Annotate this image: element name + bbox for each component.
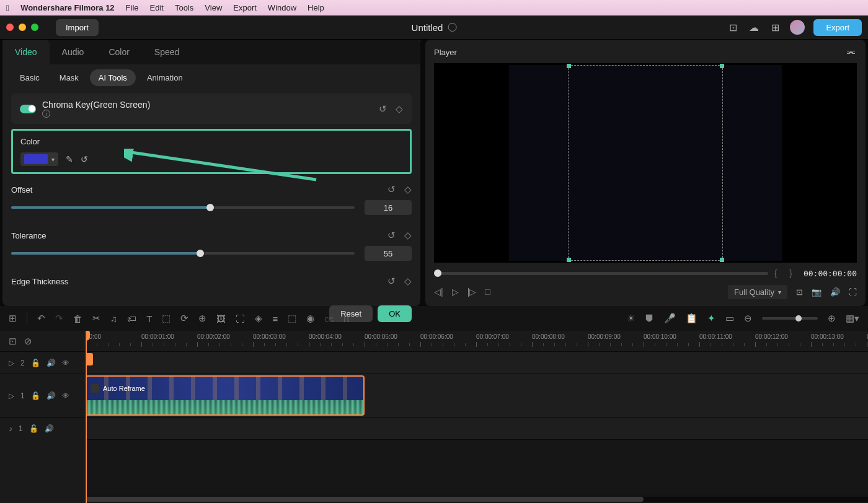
handle-br[interactable] bbox=[720, 258, 724, 262]
cloud-sync-icon[interactable] bbox=[448, 23, 456, 32]
shield-icon[interactable]: ⛊ bbox=[645, 313, 654, 324]
minimize-icon[interactable] bbox=[19, 24, 26, 31]
keyframe-tolerance-icon[interactable]: ◇ bbox=[404, 230, 412, 241]
tolerance-input[interactable]: 55 bbox=[365, 246, 412, 261]
reset-offset-icon[interactable]: ↺ bbox=[388, 184, 396, 195]
keyframe-edge-icon[interactable]: ◇ bbox=[404, 276, 412, 287]
offset-input[interactable]: 16 bbox=[365, 200, 412, 215]
tab-ai-tools[interactable]: AI Tools bbox=[90, 69, 136, 86]
visibility-icon[interactable]: 👁 bbox=[62, 359, 69, 367]
ok-button[interactable]: OK bbox=[378, 305, 412, 322]
lock-icon[interactable]: 🔓 bbox=[31, 391, 40, 400]
tab-audio[interactable]: Audio bbox=[50, 40, 97, 64]
screenshot-icon[interactable]: ⊡ bbox=[796, 287, 803, 297]
reset-edge-icon[interactable]: ↺ bbox=[388, 276, 396, 287]
selection-box[interactable] bbox=[568, 65, 723, 261]
tab-color[interactable]: Color bbox=[96, 40, 141, 64]
delete-icon[interactable]: 🗑 bbox=[73, 313, 82, 324]
close-icon[interactable] bbox=[6, 24, 14, 31]
playhead[interactable] bbox=[86, 331, 87, 503]
player-settings-icon[interactable]: ⫘ bbox=[844, 46, 857, 58]
menu-window[interactable]: Window bbox=[268, 3, 296, 12]
horizontal-scrollbar[interactable] bbox=[86, 497, 868, 502]
menu-help[interactable]: Help bbox=[308, 3, 324, 12]
video-clip[interactable]: Auto Reframe bbox=[86, 375, 365, 416]
menu-tools[interactable]: Tools bbox=[175, 3, 193, 12]
menu-file[interactable]: File bbox=[126, 3, 139, 12]
text-icon[interactable]: T bbox=[146, 313, 152, 324]
undo-icon[interactable]: ↶ bbox=[37, 313, 45, 324]
track-v1[interactable]: Auto Reframe bbox=[86, 374, 868, 417]
in-out-brackets[interactable]: { } bbox=[774, 268, 797, 278]
color-swatch-dropdown[interactable]: ▾ bbox=[20, 152, 58, 166]
link-icon[interactable]: ⊕ bbox=[198, 313, 206, 324]
tab-speed[interactable]: Speed bbox=[142, 40, 192, 64]
music-icon[interactable]: ♫ bbox=[110, 313, 117, 324]
tab-animation[interactable]: Animation bbox=[138, 69, 192, 86]
crop-icon[interactable]: ⬚ bbox=[162, 313, 170, 324]
menu-view[interactable]: View bbox=[205, 3, 222, 12]
handle-tl[interactable] bbox=[567, 64, 571, 68]
cloud-download-icon[interactable]: ☁ bbox=[748, 21, 760, 33]
apps-icon[interactable]: ⊞ bbox=[769, 21, 781, 33]
cut-icon[interactable]: ✂ bbox=[92, 313, 100, 324]
keyframe-chroma-icon[interactable]: ◇ bbox=[396, 103, 403, 115]
redo-icon[interactable]: ↷ bbox=[55, 313, 63, 324]
reset-chroma-icon[interactable]: ↺ bbox=[379, 103, 387, 115]
marker-icon[interactable]: ◈ bbox=[255, 313, 262, 324]
adjust-icon[interactable]: ≡ bbox=[272, 313, 278, 324]
offset-slider[interactable] bbox=[11, 206, 355, 209]
voiceover-icon[interactable]: ◉ bbox=[306, 313, 314, 324]
avatar[interactable] bbox=[790, 20, 805, 35]
prev-frame-icon[interactable]: ◁| bbox=[434, 287, 443, 297]
play-icon[interactable]: ▷ bbox=[452, 287, 459, 297]
tag-icon[interactable]: 🏷 bbox=[127, 313, 136, 324]
reset-button[interactable]: Reset bbox=[329, 305, 373, 322]
speed-icon[interactable]: ⟳ bbox=[180, 313, 188, 324]
maximize-icon[interactable] bbox=[31, 24, 38, 31]
next-frame-icon[interactable]: |▷ bbox=[467, 287, 477, 297]
eyedropper-icon[interactable]: ✎ bbox=[66, 154, 73, 164]
visibility-icon[interactable]: 👁 bbox=[62, 391, 69, 400]
lock-icon[interactable]: 🔓 bbox=[29, 424, 38, 433]
display-icon[interactable]: ⊡ bbox=[727, 21, 739, 33]
magic-icon[interactable]: ✦ bbox=[707, 313, 715, 324]
render-icon[interactable]: ☀ bbox=[627, 313, 635, 324]
chroma-toggle[interactable] bbox=[20, 105, 36, 113]
mute-icon[interactable]: 🔊 bbox=[46, 359, 56, 367]
cc-icon[interactable]: cc bbox=[324, 313, 334, 324]
timeline-view-icon[interactable]: ▦▾ bbox=[846, 313, 859, 324]
keyframe-offset-icon[interactable]: ◇ bbox=[404, 184, 412, 195]
track-empty[interactable] bbox=[86, 439, 868, 495]
preview-viewport[interactable] bbox=[434, 63, 857, 263]
expand-icon[interactable]: ⛶ bbox=[236, 313, 245, 324]
image-icon[interactable]: 🖼 bbox=[216, 313, 226, 324]
volume-icon[interactable]: 🔊 bbox=[830, 287, 840, 297]
stop-icon[interactable]: □ bbox=[485, 287, 490, 297]
mute-icon[interactable]: 🔊 bbox=[45, 424, 54, 433]
zoom-out-icon[interactable]: ⊖ bbox=[744, 313, 752, 324]
export-button[interactable]: Export bbox=[813, 19, 862, 36]
handle-bl[interactable] bbox=[567, 258, 571, 262]
track-header-a1[interactable]: ♪1 🔓 🔊 bbox=[0, 417, 85, 439]
timeline-tracks[interactable]: 00:0000:00:01:0000:00:02:0000:00:03:0000… bbox=[86, 331, 868, 503]
notes-icon[interactable]: 📋 bbox=[686, 313, 698, 324]
link-tracks-icon[interactable]: ⊘ bbox=[24, 336, 32, 347]
fullscreen-icon[interactable]: ⛶ bbox=[849, 287, 857, 297]
time-ruler[interactable]: 00:0000:00:01:0000:00:02:0000:00:03:0000… bbox=[86, 331, 868, 351]
info-icon[interactable]: i bbox=[42, 110, 50, 118]
record-icon[interactable]: ⬚ bbox=[288, 313, 296, 324]
handle-tr[interactable] bbox=[720, 64, 724, 68]
menu-edit[interactable]: Edit bbox=[150, 3, 164, 12]
menubar-app[interactable]: Wondershare Filmora 12 bbox=[20, 3, 114, 12]
track-header-v2[interactable]: ▷2 🔓 🔊 👁 bbox=[0, 351, 85, 374]
tab-video[interactable]: Video bbox=[2, 40, 50, 64]
zoom-in-icon[interactable]: ⊕ bbox=[828, 313, 836, 324]
layout-icon[interactable]: ⊞ bbox=[9, 313, 17, 324]
import-button[interactable]: Import bbox=[56, 19, 99, 36]
tolerance-slider[interactable] bbox=[11, 252, 355, 255]
track-v2[interactable] bbox=[86, 351, 868, 374]
tab-mask[interactable]: Mask bbox=[51, 69, 87, 86]
camera-icon[interactable]: 📷 bbox=[812, 287, 822, 297]
scrub-bar[interactable] bbox=[434, 272, 768, 275]
